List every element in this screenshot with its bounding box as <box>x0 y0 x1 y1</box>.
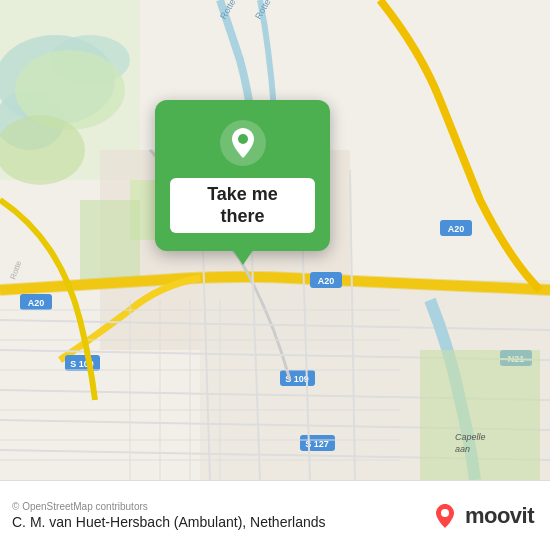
svg-text:A20: A20 <box>28 298 45 308</box>
svg-rect-25 <box>420 350 540 480</box>
map-container: A20 A20 A20 S 109 S 109 S 127 N21 <box>0 0 550 480</box>
svg-point-42 <box>238 134 248 144</box>
moovit-pin-icon <box>431 502 459 530</box>
svg-text:A20: A20 <box>448 224 465 234</box>
take-me-there-popup[interactable]: Take me there <box>155 100 330 251</box>
moovit-brand-text: moovit <box>465 503 534 529</box>
svg-rect-10 <box>80 200 140 280</box>
moovit-logo: moovit <box>431 502 534 530</box>
svg-point-43 <box>441 509 449 517</box>
bottom-left-info: © OpenStreetMap contributors C. M. van H… <box>12 501 326 530</box>
take-me-there-label[interactable]: Take me there <box>170 178 315 233</box>
svg-text:aan: aan <box>455 444 470 454</box>
svg-text:Capelle: Capelle <box>455 432 486 442</box>
location-pin-icon <box>220 120 266 166</box>
bottom-bar: © OpenStreetMap contributors C. M. van H… <box>0 480 550 550</box>
location-name: C. M. van Huet-Hersbach (Ambulant), Neth… <box>12 514 326 530</box>
svg-text:A20: A20 <box>318 276 335 286</box>
copyright-text: © OpenStreetMap contributors <box>12 501 326 512</box>
